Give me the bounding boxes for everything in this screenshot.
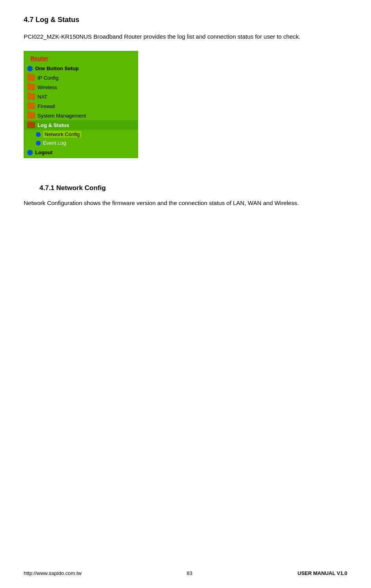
menu-item-label: One Button Setup xyxy=(35,65,79,71)
menu-subitem-label: Event Log xyxy=(43,140,66,146)
menu-item-label: Log & Status xyxy=(37,122,69,128)
menu-screenshot: Router One Button Setup IP Config Wirele… xyxy=(24,51,138,158)
folder-icon xyxy=(27,103,35,109)
folder-icon xyxy=(27,112,35,119)
menu-item-label: IP Config xyxy=(37,75,58,81)
menu-item-wireless[interactable]: Wireless xyxy=(24,82,138,92)
menu-subitem-label: Network Config xyxy=(43,131,81,138)
subsection-body: Network Configuration shows the firmware… xyxy=(24,198,347,208)
menu-item-nat[interactable]: NAT xyxy=(24,92,138,101)
page-footer: http://www.sapido.com.tw 83 USER MANUAL … xyxy=(0,570,371,576)
menu-item-logout[interactable]: Logout xyxy=(24,147,138,158)
menu-item-label: Firewall xyxy=(37,103,55,109)
subsection-heading: 4.7.1 Network Config xyxy=(24,184,347,192)
folder-icon xyxy=(27,84,35,90)
menu-item-system-management[interactable]: System Management xyxy=(24,111,138,120)
bullet-icon xyxy=(36,141,41,146)
menu-item-firewall[interactable]: Firewall xyxy=(24,101,138,111)
menu-subitem-network-config[interactable]: Network Config xyxy=(24,130,138,139)
menu-subitem-event-log[interactable]: Event Log xyxy=(24,139,138,147)
menu-item-one-button-setup[interactable]: One Button Setup xyxy=(24,64,138,73)
folder-icon xyxy=(27,122,35,128)
menu-item-label: Wireless xyxy=(37,84,57,90)
section-intro: PCI022_MZK-KR150NUS Broadband Router pro… xyxy=(24,32,347,41)
menu-item-log-status[interactable]: Log & Status xyxy=(24,120,138,130)
footer-url: http://www.sapido.com.tw xyxy=(24,570,82,576)
menu-item-ip-config[interactable]: IP Config xyxy=(24,73,138,82)
menu-logout-label: Logout xyxy=(35,149,52,155)
folder-icon xyxy=(27,93,35,100)
bullet-icon xyxy=(27,150,33,155)
section-heading: 4.7 Log & Status xyxy=(24,16,347,24)
menu-item-label: System Management xyxy=(37,113,86,119)
menu-title: Router xyxy=(24,51,138,64)
footer-version: USER MANUAL V1.0 xyxy=(298,570,347,576)
bullet-icon xyxy=(36,132,41,137)
folder-icon xyxy=(27,75,35,81)
footer-page: 83 xyxy=(187,570,192,576)
bullet-icon xyxy=(27,66,33,71)
menu-item-label: NAT xyxy=(37,94,47,100)
page-content: 4.7 Log & Status PCI022_MZK-KR150NUS Bro… xyxy=(0,0,371,239)
